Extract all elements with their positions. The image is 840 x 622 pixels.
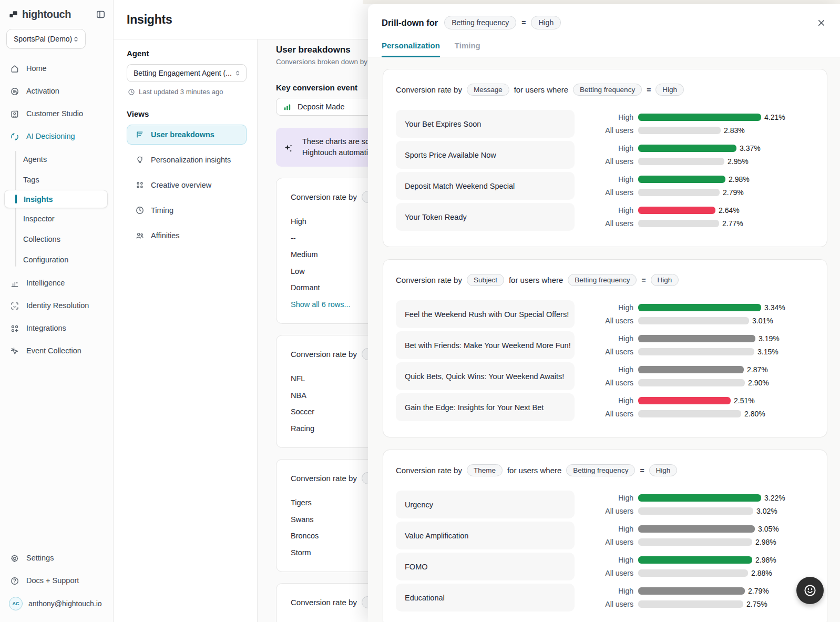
bar-line: High2.64% <box>575 207 743 215</box>
sidebar-item-home[interactable]: Home <box>0 57 113 80</box>
identity-resolution-icon <box>10 301 19 311</box>
agent-label: Agent <box>127 49 244 58</box>
nav-item-label: Customer Studio <box>26 110 83 118</box>
table-row: Sports Price Available NowHigh3.37%All u… <box>396 141 814 169</box>
filter-chip: Betting frequency <box>573 84 642 96</box>
card-header-text: Conversion rate by <box>291 474 357 483</box>
view-item-affinities[interactable]: Affinities <box>127 226 247 246</box>
conversion-rate-card: Conversion rate byMessagefor users where… <box>383 69 827 247</box>
card-header-text: for users where <box>514 85 568 94</box>
table-row: Deposit Match Weekend SpecialHigh2.98%Al… <box>396 172 814 200</box>
bar-value: 2.51% <box>734 396 755 405</box>
bar-series-label: High <box>575 334 638 343</box>
dimension-chip: Theme <box>467 464 503 476</box>
sidebar-item-identity-resolution[interactable]: Identity Resolution <box>0 294 113 317</box>
sidebar-item-ai-decisioning[interactable]: AI Decisioning <box>0 125 113 148</box>
bar-line: All users2.80% <box>575 410 765 418</box>
bar <box>638 587 745 595</box>
nav-item-label: Home <box>26 65 47 73</box>
bar <box>638 335 755 342</box>
sidebar-item-customer-studio[interactable]: Customer Studio <box>0 103 113 125</box>
view-item-label: Personalization insights <box>151 156 231 164</box>
workspace-selector[interactable]: SportsPal (Demo) <box>6 29 86 49</box>
bar-series-label: High <box>575 494 638 502</box>
bar-group: High3.05%All users2.98% <box>575 522 779 549</box>
sidebar-item-settings[interactable]: Settings <box>0 547 113 569</box>
sidebar: hightouch SportsPal (Demo) HomeActivatio… <box>0 0 114 622</box>
bar-group: High3.19%All users3.15% <box>575 331 780 359</box>
row-label: Deposit Match Weekend Special <box>396 172 575 200</box>
equals-sign: = <box>640 466 644 475</box>
close-icon[interactable] <box>816 18 826 28</box>
bar <box>638 220 719 227</box>
sidebar-item-activation[interactable]: Activation <box>0 80 113 103</box>
user-account[interactable]: AC anthony@hightouch.io <box>0 592 113 615</box>
workspace-name: SportsPal (Demo) <box>14 35 72 43</box>
bar-line: All users2.83% <box>575 127 785 135</box>
sidebar-collapse-icon[interactable] <box>96 9 106 19</box>
sidebar-subitem-configuration[interactable]: Configuration <box>0 249 113 270</box>
row-label: Your Bet Expires Soon <box>396 110 575 138</box>
drilldown-tabs: PersonalizationTiming <box>368 29 840 57</box>
row-label: Gain the Edge: Insights for Your Next Be… <box>396 393 575 421</box>
bar-value: 3.01% <box>752 317 773 325</box>
filter-value-chip: High <box>649 464 678 476</box>
bar-value: 2.98% <box>729 175 750 183</box>
filter-chip: Betting frequency <box>444 16 516 29</box>
grid-icon <box>135 180 145 190</box>
card-header-text: Conversion rate by <box>291 192 357 201</box>
integrations-icon <box>10 324 19 333</box>
user-email: anthony@hightouch.io <box>28 599 102 608</box>
bar <box>638 207 715 214</box>
bar-series-label: High <box>575 525 638 533</box>
sidebar-item-integrations[interactable]: Integrations <box>0 317 113 340</box>
funnel-icon <box>135 130 145 139</box>
bar-value: 2.98% <box>755 556 776 564</box>
bar-group: High4.21%All users2.83% <box>575 110 785 138</box>
bar-value: 2.75% <box>746 600 767 608</box>
view-item-personalization-insights[interactable]: Personalization insights <box>127 150 247 170</box>
tab-timing[interactable]: Timing <box>455 41 480 57</box>
sidebar-subitem-collections[interactable]: Collections <box>0 229 113 249</box>
bar-line: High2.98% <box>575 176 750 183</box>
tab-personalization[interactable]: Personalization <box>382 41 440 57</box>
view-item-timing[interactable]: Timing <box>127 200 247 220</box>
bar-line: All users3.02% <box>575 507 785 515</box>
row-label: Quick Bets, Quick Wins: Your Weekend Awa… <box>396 362 575 390</box>
sidebar-nav-main: HomeActivationCustomer StudioAI Decision… <box>0 57 113 148</box>
bar-line: All users2.95% <box>575 158 761 166</box>
hightouch-logo[interactable]: hightouch <box>8 8 71 21</box>
view-item-user-breakdowns[interactable]: User breakdowns <box>127 125 247 145</box>
bar-line: All users2.88% <box>575 569 776 577</box>
bar-line: All users3.15% <box>575 348 780 356</box>
insights-left-panel: Agent Betting Engagement Agent (... Last… <box>114 39 258 622</box>
bar-series-label: High <box>575 303 638 312</box>
bar-line: High2.87% <box>575 366 769 374</box>
filter-value-chip: High <box>655 84 684 96</box>
table-row: FOMOHigh2.98%All users2.88% <box>396 553 814 580</box>
sidebar-item-event-collection[interactable]: Event Collection <box>0 340 113 362</box>
subnav-item-label: Configuration <box>23 256 68 264</box>
sidebar-subitem-insights[interactable]: Insights <box>4 190 108 208</box>
bar-group: High2.51%All users2.80% <box>575 393 765 421</box>
view-item-creative-overview[interactable]: Creative overview <box>127 175 247 195</box>
lightbulb-icon <box>135 155 145 165</box>
drilldown-panel: Drill-down for Betting frequency = High … <box>368 4 840 622</box>
sidebar-subitem-inspector[interactable]: Inspector <box>0 208 113 229</box>
subnav-item-label: Collections <box>23 235 60 243</box>
sidebar-item-docs-support[interactable]: Docs + Support <box>0 569 113 592</box>
card-header-text: Conversion rate by <box>291 598 357 607</box>
sidebar-subitem-agents[interactable]: Agents <box>0 149 113 169</box>
agent-selector[interactable]: Betting Engagement Agent (... <box>127 64 247 82</box>
chat-launcher-button[interactable] <box>796 577 824 604</box>
bar <box>638 507 753 515</box>
bar-value: 2.83% <box>724 126 745 135</box>
sidebar-item-intelligence[interactable]: Intelligence <box>0 272 113 294</box>
conversion-card-header: Conversion rate byMessagefor users where… <box>396 84 814 96</box>
bar-series-label: All users <box>575 600 638 608</box>
sidebar-subitem-tags[interactable]: Tags <box>0 169 113 190</box>
bar-line: High3.34% <box>575 304 785 312</box>
bar-series-label: High <box>575 556 638 564</box>
agent-selector-value: Betting Engagement Agent (... <box>134 69 232 77</box>
row-label: Urgency <box>396 491 575 518</box>
